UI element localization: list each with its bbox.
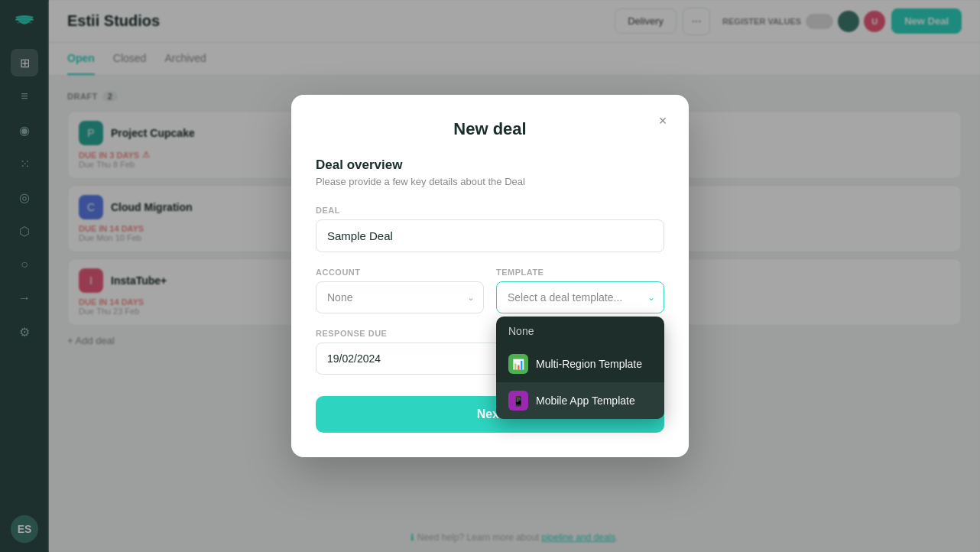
deal-name-input[interactable] xyxy=(316,219,664,252)
dropdown-item-mobile-app-label: Mobile App Template xyxy=(536,395,635,407)
multi-region-icon: 📊 xyxy=(508,354,528,374)
deal-field-label: DEAL xyxy=(316,206,664,215)
modal-close-button[interactable]: × xyxy=(652,110,673,132)
deal-overview-title: Deal overview xyxy=(316,157,664,173)
dropdown-item-multi-region[interactable]: 📊 Multi-Region Template xyxy=(496,346,664,382)
template-select[interactable]: Select a deal template... xyxy=(496,281,664,313)
modal-overlay[interactable]: × New deal Deal overview Please provide … xyxy=(0,0,980,552)
template-dropdown: None 📊 Multi-Region Template 📱 Mobile Ap… xyxy=(496,317,664,419)
template-field-label: TEMPLATE xyxy=(496,268,664,277)
modal-title: New deal xyxy=(316,119,664,139)
deal-overview-subtitle: Please provide a few key details about t… xyxy=(316,176,664,187)
dropdown-item-multi-region-label: Multi-Region Template xyxy=(536,358,642,370)
mobile-app-icon: 📱 xyxy=(508,391,528,411)
account-field-label: ACCOUNT xyxy=(316,268,484,277)
template-placeholder: Select a deal template... xyxy=(508,291,622,304)
account-select[interactable]: None xyxy=(316,281,484,313)
dropdown-item-mobile-app[interactable]: 📱 Mobile App Template xyxy=(496,382,664,419)
dropdown-item-none[interactable]: None xyxy=(496,317,664,346)
new-deal-modal: × New deal Deal overview Please provide … xyxy=(291,95,689,457)
